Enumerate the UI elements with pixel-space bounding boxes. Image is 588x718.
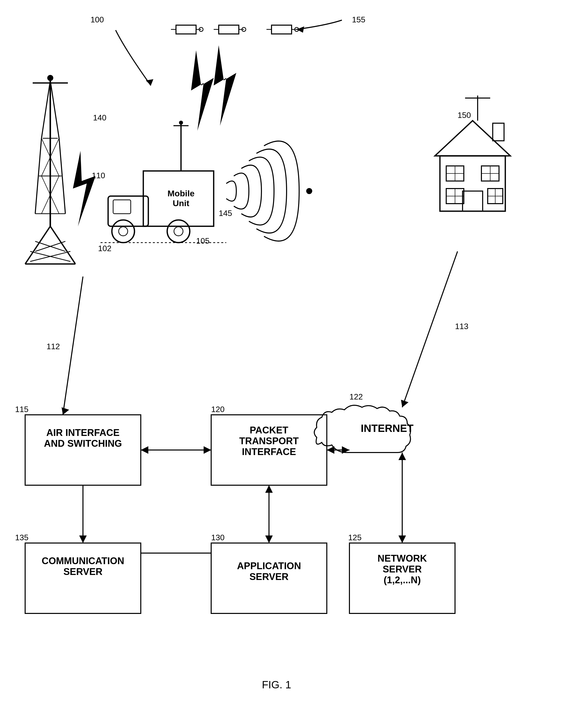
ref-150: 150 — [458, 111, 471, 120]
diagram-container: 100 102 105 110 112 113 115 120 122 125 … — [0, 0, 588, 718]
internet-label: INTERNET — [350, 422, 425, 435]
arrow-up-1 — [398, 452, 406, 460]
radio-wave-1 — [226, 181, 236, 201]
arrow-up-2 — [265, 485, 273, 493]
arrow-right-1 — [204, 446, 211, 454]
application-server-label: APPLICATIONSERVER — [211, 561, 327, 582]
figure-caption: FIG. 1 — [239, 679, 314, 691]
radio-wave-3 — [241, 165, 261, 217]
ref-105: 105 — [196, 236, 209, 246]
ref-155: 155 — [352, 15, 365, 24]
antenna-2 — [219, 25, 239, 34]
house-roof — [435, 121, 510, 156]
packet-transport-label: PACKETTRANSPORTINTERFACE — [211, 425, 327, 457]
diagram-svg — [0, 0, 588, 718]
line-113 — [402, 251, 458, 407]
ref-130: 130 — [211, 533, 225, 542]
arrow-left-1 — [141, 446, 148, 454]
ref-125: 125 — [348, 533, 361, 542]
lightning-bolt-tower — [73, 151, 96, 226]
ref-115: 115 — [15, 405, 28, 414]
line-112 — [63, 277, 83, 415]
tower-side-right — [50, 81, 59, 138]
truck-window — [113, 200, 131, 214]
arrow-down-1 — [398, 535, 406, 543]
house-chimney — [493, 123, 504, 141]
ref-112: 112 — [46, 342, 60, 351]
arrow-down-4 — [62, 407, 69, 415]
ref-100-arrow — [115, 30, 151, 85]
antenna-1 — [176, 25, 196, 34]
network-server-label: NETWORKSERVER(1,2,...N) — [350, 553, 455, 586]
truck-wheel-rear — [167, 220, 190, 242]
antenna-3 — [272, 25, 292, 34]
tower-side-left — [41, 81, 50, 138]
tower-antenna-dot — [47, 75, 53, 81]
arrow-down-2 — [265, 535, 273, 543]
communication-server-box — [25, 543, 141, 613]
ref-122: 122 — [350, 392, 363, 401]
air-interface-box — [25, 415, 141, 485]
air-interface-label: AIR INTERFACEAND SWITCHING — [25, 427, 141, 449]
mobile-unit-label: MobileUnit — [146, 189, 216, 208]
ref-140: 140 — [93, 113, 106, 122]
truck-wheel-front — [112, 220, 134, 242]
base-station-dot — [179, 121, 183, 125]
ref-145: 145 — [219, 209, 232, 218]
ref-102: 102 — [98, 244, 111, 253]
lightning-bolt-1 — [191, 50, 214, 131]
truck-wheel-rear-hub — [174, 227, 183, 236]
arrow-down-3 — [79, 535, 87, 543]
ref-110: 110 — [92, 171, 105, 180]
arrow-left-2 — [327, 446, 334, 454]
house-door — [463, 191, 483, 211]
ref-100: 100 — [90, 15, 104, 24]
ref-120: 120 — [211, 405, 225, 414]
truck-wheel-front-hub — [119, 227, 128, 236]
lightning-bolt-2 — [214, 45, 236, 126]
ref-113: 113 — [455, 322, 468, 331]
ref-135: 135 — [15, 533, 28, 542]
radio-wave-6 — [264, 141, 299, 241]
radio-wave-endpoint — [306, 188, 312, 194]
communication-server-label: COMMUNICATIONSERVER — [25, 555, 141, 577]
